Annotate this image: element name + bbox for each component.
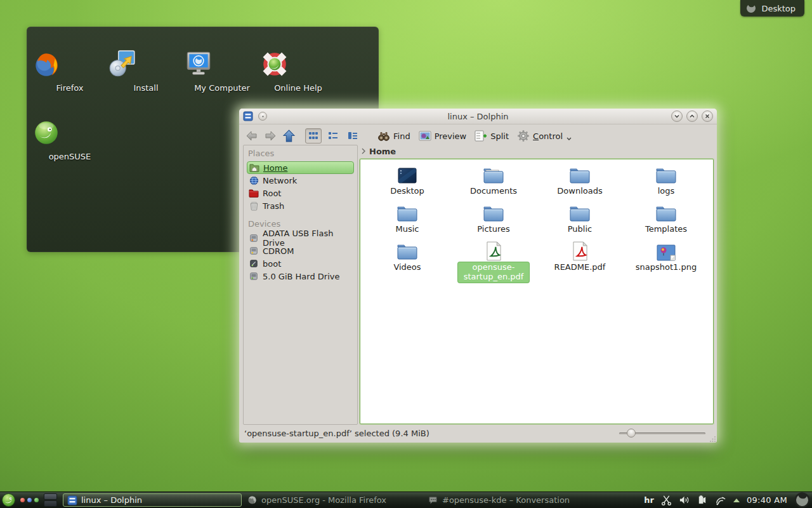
- plasma-toolbox[interactable]: Desktop: [740, 0, 804, 17]
- places-panel: Places Home Network: [243, 145, 358, 425]
- network-icon[interactable]: [714, 495, 726, 505]
- window-menu-button[interactable]: [258, 112, 267, 121]
- chat-bubble-icon: [428, 495, 438, 505]
- icons-view-button[interactable]: [305, 128, 322, 144]
- quick-launch-dot-blue[interactable]: [27, 498, 32, 502]
- columns-view-button[interactable]: [344, 128, 361, 144]
- back-button[interactable]: [244, 128, 259, 144]
- find-label: Find: [393, 131, 410, 141]
- statusbar: ‘opensuse-startup_en.pdf’ selected (9.4 …: [244, 426, 712, 440]
- volume-icon[interactable]: [679, 495, 690, 505]
- desktop-icon-label: Firefox: [56, 83, 83, 93]
- file-item-pictures[interactable]: Pictures: [450, 203, 537, 241]
- desktop-icon-my-computer[interactable]: My Computer: [184, 50, 260, 93]
- usb-drive-icon: [249, 233, 259, 243]
- home-folder-icon: [249, 163, 259, 173]
- toolbox-label: Desktop: [761, 4, 796, 13]
- find-button[interactable]: Find: [375, 128, 413, 144]
- preview-label: Preview: [435, 131, 467, 141]
- preview-button[interactable]: Preview: [416, 128, 469, 144]
- place-item-root[interactable]: Root: [247, 187, 354, 199]
- zoom-slider-handle[interactable]: [627, 429, 636, 438]
- control-button[interactable]: Control: [514, 128, 574, 144]
- device-item-hard-drive[interactable]: 5.0 GiB Hard Drive: [247, 270, 354, 283]
- file-item-videos[interactable]: Videos: [364, 241, 450, 302]
- file-view[interactable]: Desktop Documents: [360, 159, 714, 424]
- keyboard-layout-indicator[interactable]: hr: [644, 495, 654, 505]
- file-item-opensuse-startup-pdf[interactable]: opensuse-startup_en.pdf: [450, 241, 537, 302]
- breadcrumb[interactable]: Home: [362, 145, 396, 157]
- root-folder-icon: [249, 188, 259, 198]
- opensuse-icon: [32, 118, 108, 150]
- folder-icon: [655, 164, 677, 185]
- file-item-music[interactable]: Music: [364, 203, 450, 241]
- file-item-templates[interactable]: Templates: [623, 203, 709, 241]
- forward-button[interactable]: [263, 128, 278, 144]
- file-item-readme-pdf[interactable]: README.pdf: [537, 241, 623, 302]
- place-item-label: Root: [263, 189, 281, 198]
- dolphin-window: linux – Dolphin: [239, 109, 717, 443]
- place-item-home[interactable]: Home: [247, 161, 354, 174]
- pdf-file-icon-red: [572, 241, 588, 261]
- breadcrumb-arrow-icon: [362, 148, 365, 154]
- breadcrumb-home[interactable]: Home: [369, 147, 396, 156]
- file-item-public[interactable]: Public: [537, 203, 623, 241]
- firefox-icon: [32, 50, 108, 81]
- desktop-icon-install[interactable]: Install: [108, 50, 184, 93]
- desktop-icon-label: My Computer: [194, 83, 250, 93]
- desktop-folder-icon: [396, 164, 418, 185]
- pager-desktop-1[interactable]: [44, 493, 57, 500]
- file-item-downloads[interactable]: Downloads: [537, 164, 623, 203]
- klipper-scissors-icon[interactable]: [661, 495, 672, 505]
- place-item-trash[interactable]: Trash: [247, 199, 354, 212]
- digital-clock[interactable]: 09:40 AM: [747, 495, 787, 505]
- task-firefox[interactable]: openSUSE.org - Mozilla Firefox: [244, 493, 422, 507]
- desktop-icon-online-help[interactable]: Online Help: [260, 50, 336, 93]
- resize-grip[interactable]: [710, 436, 716, 442]
- files-grid: Desktop Documents: [360, 159, 713, 302]
- close-button[interactable]: [702, 110, 713, 122]
- zoom-slider[interactable]: [619, 428, 705, 438]
- device-notifier-icon[interactable]: [697, 495, 707, 505]
- titlebar[interactable]: linux – Dolphin: [239, 109, 717, 124]
- window-title: linux – Dolphin: [239, 112, 717, 121]
- tray-expand-arrow-icon[interactable]: [733, 498, 740, 502]
- quick-launch-dot-green[interactable]: [34, 498, 39, 502]
- file-item-logs[interactable]: logs: [623, 164, 709, 203]
- task-dolphin[interactable]: linux – Dolphin: [63, 493, 242, 507]
- folder-icon: [655, 203, 677, 223]
- online-help-icon: [260, 50, 336, 81]
- desktop-icon-firefox[interactable]: Firefox: [32, 50, 108, 93]
- dolphin-app-icon: [67, 495, 77, 505]
- details-view-button[interactable]: [325, 128, 341, 144]
- task-konversation[interactable]: #opensuse-kde – Konversation: [424, 493, 603, 507]
- devices-header: Devices: [248, 219, 354, 229]
- place-item-network[interactable]: Network: [247, 174, 354, 187]
- task-label: openSUSE.org - Mozilla Firefox: [261, 495, 386, 505]
- pdf-file-icon-green: [486, 241, 502, 261]
- taskbar-panel: linux – Dolphin openSUSE.org - Mozilla F…: [0, 491, 812, 508]
- folder-icon: [396, 241, 418, 261]
- panel-cashew[interactable]: [794, 492, 810, 508]
- quick-launch-dots: [20, 498, 39, 502]
- place-item-label: Home: [263, 163, 287, 173]
- firefox-gray-icon: [247, 495, 258, 505]
- file-item-documents[interactable]: Documents: [450, 164, 537, 203]
- pager-desktop-2[interactable]: [44, 500, 57, 507]
- split-button[interactable]: Split: [472, 128, 511, 144]
- file-item-desktop[interactable]: Desktop: [364, 164, 450, 203]
- minimize-button[interactable]: [671, 110, 683, 122]
- kickoff-launcher-button[interactable]: [1, 493, 16, 507]
- gear-icon: [517, 130, 530, 142]
- device-item-boot[interactable]: boot: [247, 257, 354, 270]
- file-item-snapshot-png[interactable]: snapshot1.png: [623, 241, 709, 302]
- chevron-down-icon: [566, 137, 572, 140]
- device-item-usb-flash[interactable]: ADATA USB Flash Drive: [247, 232, 354, 244]
- device-item-label: CDROM: [263, 246, 294, 256]
- preview-icon: [419, 131, 431, 141]
- up-button[interactable]: [281, 128, 296, 144]
- desktop-pager: [44, 493, 57, 507]
- desktop-icon-opensuse[interactable]: openSUSE: [32, 118, 108, 162]
- maximize-button[interactable]: [686, 110, 698, 122]
- quick-launch-dot-red[interactable]: [20, 498, 25, 502]
